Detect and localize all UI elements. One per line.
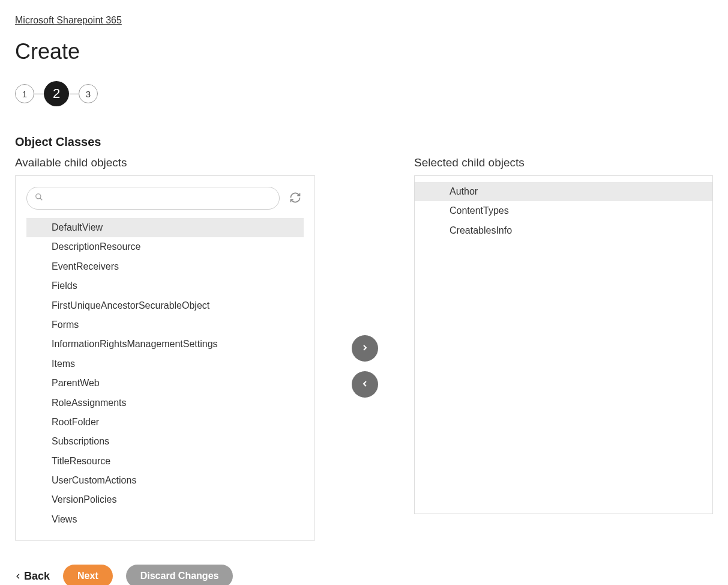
svg-line-1: [40, 198, 43, 201]
discard-button[interactable]: Discard Changes: [126, 565, 233, 585]
breadcrumb-link[interactable]: Microsoft Sharepoint 365: [15, 15, 122, 25]
step-3[interactable]: 3: [79, 84, 98, 103]
list-item[interactable]: RootFolder: [26, 413, 304, 432]
stepper: 1 2 3: [15, 81, 713, 106]
selected-panel: AuthorContentTypesCreatablesInfo: [414, 175, 713, 514]
chevron-left-icon: [360, 379, 370, 390]
move-left-button[interactable]: [352, 371, 378, 398]
list-item[interactable]: Subscriptions: [26, 432, 304, 451]
search-input[interactable]: [26, 187, 280, 210]
move-right-button[interactable]: [352, 335, 378, 362]
search-icon: [35, 193, 43, 204]
step-connector: [69, 94, 79, 94]
list-item[interactable]: EventReceivers: [26, 257, 304, 276]
refresh-icon: [289, 192, 301, 205]
list-item[interactable]: DescriptionResource: [26, 237, 304, 256]
chevron-left-icon: [15, 570, 22, 583]
list-item[interactable]: Forms: [26, 315, 304, 335]
list-item[interactable]: Author: [415, 182, 712, 201]
chevron-right-icon: [360, 343, 370, 354]
list-item[interactable]: UserCustomActions: [26, 471, 304, 490]
refresh-button[interactable]: [287, 189, 304, 208]
list-item[interactable]: InformationRightsManagementSettings: [26, 335, 304, 354]
list-item[interactable]: FirstUniqueAncestorSecurableObject: [26, 296, 304, 315]
selected-list: AuthorContentTypesCreatablesInfo: [415, 182, 712, 240]
list-item[interactable]: RoleAssignments: [26, 393, 304, 413]
page-title: Create: [15, 39, 713, 64]
list-item[interactable]: Fields: [26, 276, 304, 296]
svg-point-0: [36, 194, 41, 199]
list-item[interactable]: VersionPolicies: [26, 490, 304, 509]
back-button[interactable]: Back: [15, 570, 50, 583]
available-label: Available child objects: [15, 156, 315, 169]
step-connector: [34, 94, 44, 94]
list-item[interactable]: Views: [26, 510, 304, 529]
available-panel: DefaultViewDescriptionResourceEventRecei…: [15, 175, 315, 541]
step-2[interactable]: 2: [44, 81, 69, 106]
selected-label: Selected child objects: [414, 156, 713, 169]
list-item[interactable]: TitleResource: [26, 452, 304, 471]
section-heading: Object Classes: [15, 135, 713, 149]
list-item[interactable]: DefaultView: [26, 218, 304, 237]
list-item[interactable]: Items: [26, 354, 304, 374]
list-item[interactable]: CreatablesInfo: [415, 221, 712, 240]
next-button[interactable]: Next: [63, 565, 113, 585]
list-item[interactable]: ContentTypes: [415, 201, 712, 220]
back-label: Back: [24, 570, 50, 583]
step-1[interactable]: 1: [15, 84, 34, 103]
available-list: DefaultViewDescriptionResourceEventRecei…: [26, 218, 304, 529]
list-item[interactable]: ParentWeb: [26, 374, 304, 393]
